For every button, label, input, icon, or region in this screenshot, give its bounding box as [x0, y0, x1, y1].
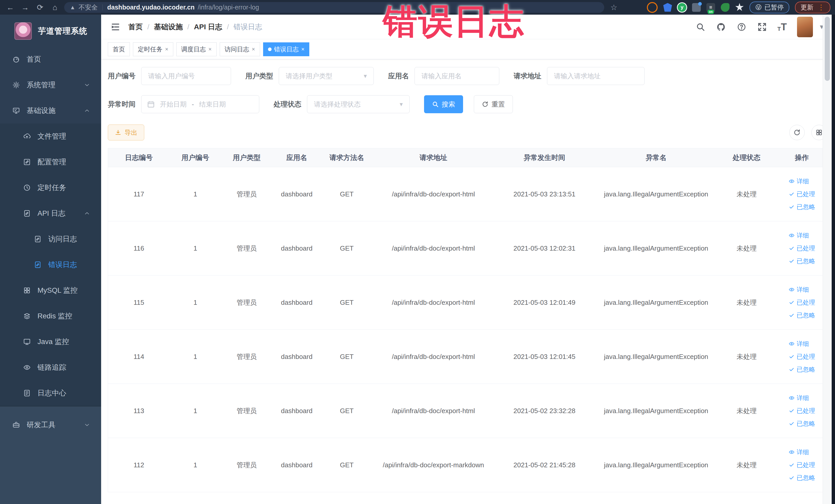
- hamburger-icon[interactable]: [110, 21, 121, 33]
- eye-icon: [789, 341, 795, 347]
- home-icon[interactable]: ⌂: [49, 2, 61, 13]
- action-详细[interactable]: 详细: [789, 231, 809, 240]
- sidebar-item-文件管理[interactable]: 文件管理: [0, 123, 101, 149]
- breadcrumb-item[interactable]: API 日志: [194, 22, 222, 32]
- tab-访问日志[interactable]: 访问日志×: [220, 42, 260, 56]
- help-icon[interactable]: [736, 22, 747, 32]
- action-已忽略[interactable]: 已忽略: [789, 203, 815, 211]
- action-已处理[interactable]: 已处理: [789, 298, 815, 306]
- sidebar-item-MySQL 监控[interactable]: MySQL 监控: [0, 278, 101, 303]
- update-button[interactable]: 更新 ⋮: [795, 2, 830, 13]
- scrollbar[interactable]: [823, 15, 832, 504]
- action-详细[interactable]: 详细: [789, 448, 809, 456]
- tab-调度日志[interactable]: 调度日志×: [176, 42, 217, 56]
- breadcrumb-item[interactable]: 基础设施: [154, 22, 183, 32]
- cell-method: GET: [321, 353, 372, 361]
- date-range-picker[interactable]: 开始日期 - 结束日期: [141, 95, 259, 113]
- action-详细[interactable]: 详细: [789, 340, 809, 348]
- sidebar-item-日志中心[interactable]: 日志中心: [0, 380, 101, 406]
- paused-badge[interactable]: 😜 已暂停: [750, 2, 789, 13]
- user-id-input[interactable]: [141, 67, 231, 85]
- action-已处理[interactable]: 已处理: [789, 352, 815, 361]
- font-size-icon[interactable]: TT: [777, 22, 787, 32]
- reload-icon[interactable]: ⟳: [34, 2, 46, 13]
- table-row: 1121管理员dashboardGET/api/infra/db-doc/exp…: [108, 438, 828, 492]
- close-icon[interactable]: ×: [301, 46, 305, 53]
- action-已忽略[interactable]: 已忽略: [789, 257, 815, 265]
- breadcrumb-item: 错误日志: [233, 22, 262, 32]
- process-status-select[interactable]: 请选择处理状态 ▾: [307, 95, 410, 113]
- sidebar-item-错误日志[interactable]: 错误日志: [0, 252, 101, 278]
- extension-icon[interactable]: [692, 3, 701, 12]
- cell-url: /api/infra/db-doc/export-html: [372, 299, 494, 306]
- action-详细[interactable]: 详细: [789, 394, 809, 402]
- paused-label: 已暂停: [765, 3, 784, 12]
- back-icon[interactable]: ←: [5, 2, 16, 13]
- cell-user_id: 1: [170, 461, 221, 469]
- close-icon[interactable]: ×: [165, 46, 168, 53]
- table-toolbar: 导出: [108, 124, 828, 140]
- refresh-button[interactable]: [789, 125, 805, 140]
- action-已处理[interactable]: 已处理: [789, 461, 815, 469]
- action-详细[interactable]: 详细: [789, 285, 809, 294]
- sidebar-item-API 日志[interactable]: API 日志: [0, 201, 101, 226]
- app-name-input[interactable]: [414, 67, 499, 85]
- action-已忽略[interactable]: 已忽略: [789, 365, 815, 374]
- sidebar-item-访问日志[interactable]: 访问日志: [0, 226, 101, 252]
- cell-app: dashboard: [272, 190, 321, 198]
- sidebar-item-首页[interactable]: 首页: [0, 46, 101, 72]
- extension-icon[interactable]: [647, 2, 658, 13]
- action-已忽略[interactable]: 已忽略: [789, 420, 815, 428]
- fullscreen-icon[interactable]: [757, 22, 767, 32]
- cell-id: 117: [108, 190, 170, 198]
- tab-定时任务[interactable]: 定时任务×: [133, 42, 173, 56]
- avatar[interactable]: [797, 17, 813, 37]
- extension-icon[interactable]: [721, 3, 730, 12]
- close-icon[interactable]: ×: [252, 46, 255, 53]
- github-icon[interactable]: [716, 22, 726, 32]
- action-已处理[interactable]: 已处理: [789, 407, 815, 415]
- extension-icon[interactable]: y: [678, 3, 686, 12]
- sidebar-item-系统管理[interactable]: 系统管理: [0, 72, 101, 98]
- sidebar-item-基础设施[interactable]: 基础设施: [0, 98, 101, 123]
- sidebar-item-定时任务[interactable]: 定时任务: [0, 175, 101, 201]
- tab-错误日志[interactable]: 错误日志×: [263, 42, 309, 56]
- action-已处理[interactable]: 已处理: [789, 190, 815, 198]
- action-已处理[interactable]: 已处理: [789, 244, 815, 253]
- search-button[interactable]: 搜索: [424, 95, 463, 113]
- tab-首页[interactable]: 首页: [108, 42, 130, 56]
- extension-icon[interactable]: [663, 3, 672, 12]
- extension-icon[interactable]: [735, 3, 744, 12]
- refresh-icon: [793, 129, 801, 136]
- forward-icon[interactable]: →: [20, 2, 31, 13]
- app-logo[interactable]: 芋道管理系统: [0, 15, 101, 46]
- paused-emoji: 😜: [755, 4, 762, 11]
- export-button[interactable]: 导出: [108, 124, 144, 140]
- sidebar-item-Redis 监控[interactable]: Redis 监控: [0, 303, 101, 329]
- chevron-down-icon: ▾: [400, 101, 403, 108]
- chevron-up-icon: [84, 107, 90, 114]
- reset-button[interactable]: 重置: [474, 95, 513, 113]
- scrollbar-thumb[interactable]: [825, 17, 830, 81]
- cell-url: /api/infra/db-doc/export-html: [372, 190, 494, 198]
- check-icon: [789, 475, 795, 481]
- sidebar-item-配置管理[interactable]: 配置管理: [0, 149, 101, 175]
- sidebar-item-Java 监控[interactable]: Java 监控: [0, 329, 101, 355]
- cell-time: 2021-05-02 21:45:28: [494, 461, 594, 469]
- user-type-select[interactable]: 请选择用户类型 ▾: [279, 67, 374, 85]
- request-url-input[interactable]: [547, 67, 645, 85]
- menu-kebab-icon[interactable]: ⋮: [817, 4, 825, 11]
- bookmark-star-icon[interactable]: ☆: [610, 3, 617, 12]
- action-已忽略[interactable]: 已忽略: [789, 474, 815, 482]
- sidebar-item-研发工具[interactable]: 研发工具: [0, 412, 101, 438]
- annotation-text: 错误日志: [383, 4, 525, 39]
- api-log-icon: [23, 209, 31, 217]
- action-已忽略[interactable]: 已忽略: [789, 311, 815, 319]
- action-详细[interactable]: 详细: [789, 177, 809, 185]
- sidebar-item-链路追踪[interactable]: 链路追踪: [0, 355, 101, 380]
- breadcrumb-item[interactable]: 首页: [128, 22, 143, 32]
- cell-url: /api/infra/db-doc/export-html: [372, 407, 494, 415]
- search-icon[interactable]: [695, 22, 706, 32]
- close-icon[interactable]: ×: [208, 46, 212, 53]
- extension-icon[interactable]: ≡on: [707, 3, 715, 12]
